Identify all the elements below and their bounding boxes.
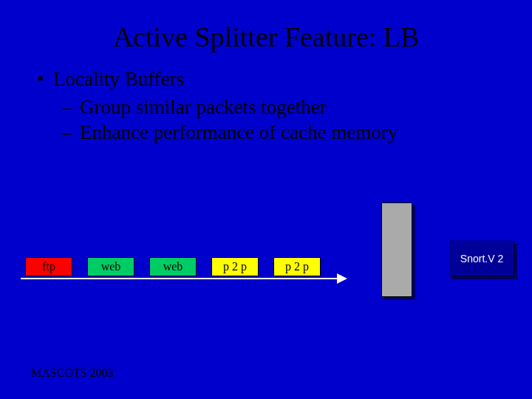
sub-bullet-list: Group similar packets together Enhance p…: [53, 91, 532, 146]
sub-bullet-cache-performance: Enhance performance of cache memory: [80, 120, 532, 146]
sub-bullet-group-packets: Group similar packets together: [80, 95, 532, 120]
buffer-block: [381, 202, 412, 297]
bullet-locality-buffers: Locality Buffers: [53, 68, 532, 91]
flow-arrow-head-icon: [337, 273, 347, 284]
packet-p2p-2: p 2 p: [273, 257, 321, 276]
packet-web-2: web: [149, 257, 197, 276]
bullet-list: Locality Buffers Group similar packets t…: [0, 53, 532, 146]
flow-arrow-line: [21, 278, 338, 279]
packet-web-1: web: [87, 257, 134, 276]
slide-title: Active Splitter Feature: LB: [0, 0, 532, 53]
snort-node: Snort.V 2: [449, 241, 514, 276]
packet-ftp: ftp: [25, 257, 72, 276]
footer-conference: MASCOTS 2003: [31, 366, 114, 380]
packet-p2p-1: p 2 p: [211, 257, 259, 276]
